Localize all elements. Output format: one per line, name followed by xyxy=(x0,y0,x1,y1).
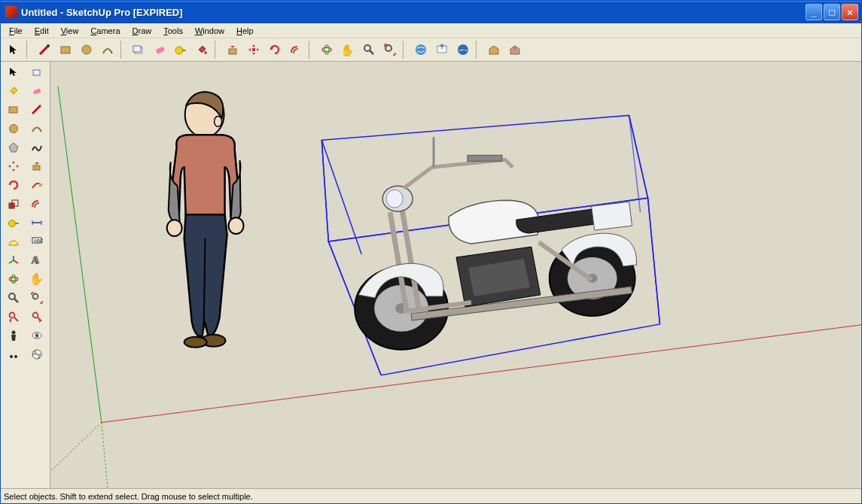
svg-point-45 xyxy=(32,312,38,317)
svg-point-66 xyxy=(184,337,207,348)
zoom-extents-tool[interactable] xyxy=(26,289,47,306)
svg-rect-5 xyxy=(155,47,165,54)
line-tool[interactable] xyxy=(26,101,47,118)
svg-point-2 xyxy=(82,45,91,54)
menu-edit[interactable]: Edit xyxy=(29,25,54,37)
freehand-tool[interactable] xyxy=(26,138,47,156)
pan-tool[interactable]: ✋ xyxy=(26,270,47,287)
look-around-tool[interactable] xyxy=(26,326,47,344)
minimize-button[interactable]: _ xyxy=(806,4,822,20)
previous-view-tool[interactable] xyxy=(2,308,24,325)
polygon-tool[interactable] xyxy=(2,138,24,156)
svg-point-50 xyxy=(14,355,17,358)
circle-tool[interactable] xyxy=(2,120,24,137)
svg-point-49 xyxy=(10,355,13,358)
svg-point-40 xyxy=(11,275,15,283)
move-tool[interactable] xyxy=(244,41,263,59)
menu-help[interactable]: Help xyxy=(231,25,259,37)
arc-tool[interactable] xyxy=(26,120,47,137)
share-model-button[interactable] xyxy=(432,41,451,59)
push-pull-tool[interactable] xyxy=(223,41,242,59)
follow-me-tool[interactable] xyxy=(26,176,47,193)
orbit-tool[interactable] xyxy=(317,41,336,59)
eraser-tool[interactable] xyxy=(150,41,169,59)
paint-bucket-tool[interactable] xyxy=(192,41,211,59)
app-icon xyxy=(5,6,17,18)
menu-tools[interactable]: Tools xyxy=(158,25,188,37)
maximize-button[interactable]: □ xyxy=(824,4,840,20)
svg-rect-24 xyxy=(39,184,42,187)
menu-view[interactable]: View xyxy=(56,25,84,37)
position-camera-tool[interactable] xyxy=(2,326,24,344)
offset-tool[interactable] xyxy=(286,41,305,59)
axes-tool[interactable] xyxy=(2,251,24,269)
text-tool[interactable]: ABC xyxy=(26,232,47,250)
menu-window[interactable]: Window xyxy=(190,25,230,37)
rectangle-tool[interactable] xyxy=(56,41,75,59)
svg-point-62 xyxy=(167,220,182,236)
section-plane-tool[interactable]: NS xyxy=(26,345,47,363)
svg-line-36 xyxy=(9,260,14,263)
separator xyxy=(476,41,480,59)
svg-line-57 xyxy=(58,86,102,422)
3d-text-tool[interactable]: AA xyxy=(26,251,47,269)
menu-file[interactable]: File xyxy=(4,25,28,37)
svg-point-63 xyxy=(229,217,244,234)
select-tool[interactable] xyxy=(4,41,23,59)
separator xyxy=(120,41,125,59)
tape-measure-tool[interactable] xyxy=(2,214,24,231)
rotate-tool[interactable] xyxy=(2,176,24,193)
orbit-tool[interactable] xyxy=(2,270,24,287)
zoom-extents-tool[interactable] xyxy=(380,41,399,59)
circle-tool[interactable] xyxy=(77,41,96,59)
dimension-tool[interactable] xyxy=(26,214,47,231)
protractor-tool[interactable] xyxy=(2,232,24,250)
svg-text:N: N xyxy=(34,350,37,354)
tape-measure-tool[interactable] xyxy=(171,41,190,59)
svg-point-12 xyxy=(324,45,329,54)
close-button[interactable]: × xyxy=(842,4,858,20)
axis-lines xyxy=(50,86,861,487)
svg-point-16 xyxy=(416,44,426,55)
offset-tool[interactable] xyxy=(26,195,47,212)
arc-tool[interactable] xyxy=(98,41,117,59)
svg-point-27 xyxy=(8,220,15,226)
zoom-tool[interactable] xyxy=(2,289,24,306)
svg-point-13 xyxy=(364,45,370,51)
next-view-tool[interactable] xyxy=(26,308,47,325)
rectangle-tool[interactable] xyxy=(2,101,24,118)
pan-tool[interactable]: ✋ xyxy=(338,41,357,59)
motorcycle-model[interactable] xyxy=(355,137,636,349)
move-tool[interactable] xyxy=(2,157,24,175)
scale-tool[interactable] xyxy=(2,195,24,212)
line-tool[interactable] xyxy=(35,41,53,59)
hand-icon: ✋ xyxy=(29,273,44,284)
svg-text:A: A xyxy=(32,254,41,266)
3d-viewport[interactable] xyxy=(50,62,861,488)
zoom-tool[interactable] xyxy=(359,41,378,59)
svg-point-41 xyxy=(9,293,15,299)
svg-rect-79 xyxy=(468,155,502,161)
window-controls: _ □ × xyxy=(806,4,858,20)
push-pull-tool[interactable] xyxy=(26,157,47,175)
toolbar-side: ABC AA ✋ NS xyxy=(1,62,50,488)
walk-tool[interactable] xyxy=(2,345,24,363)
paint-bucket-tool[interactable] xyxy=(2,82,24,99)
get-models-button[interactable] xyxy=(411,41,430,59)
person-scale-figure[interactable] xyxy=(167,92,244,348)
menubar: File Edit View Camera Draw Tools Window … xyxy=(1,23,861,38)
3d-warehouse-button[interactable] xyxy=(484,41,503,59)
make-component-tool[interactable] xyxy=(129,41,148,59)
svg-point-0 xyxy=(47,44,50,47)
menu-camera[interactable]: Camera xyxy=(85,25,125,37)
extension-warehouse-button[interactable] xyxy=(505,41,524,59)
make-component-tool[interactable] xyxy=(26,63,47,80)
select-tool[interactable] xyxy=(2,63,24,80)
rotate-tool[interactable] xyxy=(265,41,284,59)
google-earth-button[interactable] xyxy=(453,41,472,59)
app-window: Untitled - SketchUp Pro [EXPIRED] _ □ × … xyxy=(0,0,862,504)
eraser-tool[interactable] xyxy=(26,82,47,99)
menu-draw[interactable]: Draw xyxy=(127,25,157,37)
hand-icon: ✋ xyxy=(340,44,355,56)
svg-line-56 xyxy=(50,423,102,472)
